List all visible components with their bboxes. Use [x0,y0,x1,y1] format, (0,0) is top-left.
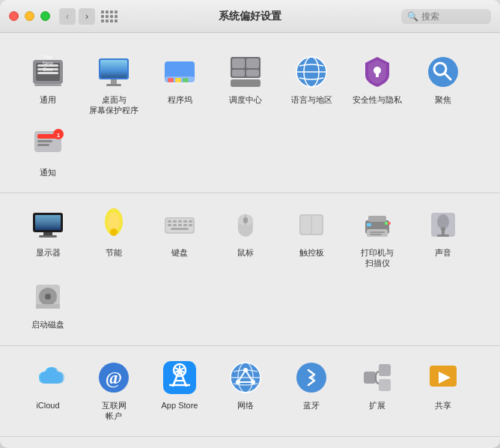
minimize-button[interactable] [25,11,34,21]
pref-siri[interactable]: Siri [147,443,213,448]
displays-label: 显示器 [36,247,61,258]
svg-rect-55 [168,224,171,226]
pref-sharing[interactable]: 共享 [410,352,476,425]
pref-accessibility[interactable]: 辅助功能 [344,443,410,448]
svg-rect-5 [34,84,61,86]
svg-rect-53 [183,220,187,223]
pref-mission[interactable]: 调度中心 [213,46,278,119]
language-label: 语言与地区 [291,94,332,105]
svg-rect-13 [106,84,121,86]
mission-label: 调度中心 [229,94,262,105]
pref-spotlight[interactable]: 聚焦 [410,46,476,119]
svg-point-102 [236,380,240,384]
pref-general[interactable]: File New Doc 通用 [15,46,81,119]
pref-appstore[interactable]: A App Store [147,352,213,425]
svg-rect-37 [37,144,49,146]
notifications-label: 通知 [40,167,56,178]
notifications-icon: 1 [28,125,67,164]
energy-label: 节能 [106,247,122,258]
spotlight-label: 聚焦 [435,94,451,105]
search-icon: 🔍 [407,11,418,22]
pref-notifications[interactable]: 1 通知 [15,119,81,181]
svg-rect-72 [370,234,382,235]
svg-text:Doc: Doc [43,67,53,72]
svg-rect-59 [189,224,192,226]
svg-rect-57 [178,224,182,226]
energy-icon [94,205,133,244]
pref-keyboard[interactable]: 键盘 [147,199,213,272]
pref-language[interactable]: 语言与地区 [278,46,344,119]
pref-trackpad[interactable]: 触控板 [278,199,344,272]
svg-rect-30 [376,73,379,77]
section-internet: iCloud @ 互联网帐户 [0,346,500,438]
trackpad-icon [292,205,331,244]
search-input[interactable] [421,11,481,22]
desktop-label: 桌面与屏幕保护程序 [89,94,138,116]
svg-rect-54 [189,220,192,223]
search-box[interactable]: 🔍 [401,9,491,24]
pref-network[interactable]: 网络 [213,352,278,425]
close-button[interactable] [9,11,19,21]
pref-printer[interactable]: 打印机与扫描仪 [344,199,410,272]
pref-timemachine[interactable]: 时间机器 [278,443,344,448]
svg-rect-108 [379,379,391,391]
svg-rect-11 [100,60,127,78]
bluetooth-label: 蓝牙 [303,400,320,411]
printer-icon [358,205,397,244]
svg-rect-73 [367,223,371,226]
svg-rect-36 [37,140,52,142]
svg-rect-16 [168,78,174,82]
pref-displays[interactable]: 显示器 [15,199,81,272]
pref-desktop[interactable]: 桌面与屏幕保护程序 [81,46,147,119]
appstore-icon: A [160,358,199,397]
svg-rect-106 [364,372,376,384]
svg-rect-20 [232,58,245,68]
svg-point-103 [251,380,255,384]
pref-dock[interactable]: 程序坞 [147,46,213,119]
mission-icon [226,52,265,91]
svg-rect-44 [39,235,57,237]
bluetooth-icon [292,358,331,397]
grid-view-button[interactable] [101,8,118,25]
extensions-icon [358,358,397,397]
svg-rect-50 [168,220,171,223]
window-title: 系统偏好设置 [219,10,281,23]
pref-sound[interactable]: 声音 [410,199,476,272]
maximize-button[interactable] [40,11,50,21]
section-personal: File New Doc 通用 [0,40,500,193]
pref-icloud[interactable]: iCloud [15,352,81,425]
svg-rect-23 [246,70,259,76]
pref-mouse[interactable]: 鼠标 [213,199,278,272]
svg-rect-107 [379,364,391,376]
keyboard-icon [160,205,199,244]
svg-text:File: File [43,55,52,60]
pref-bluetooth[interactable]: 蓝牙 [278,352,344,425]
svg-rect-24 [231,79,260,87]
svg-rect-42 [35,215,61,230]
pref-startup[interactable]: 启动磁盘 [15,271,81,333]
pref-users[interactable]: 用户与群组 [15,443,81,448]
svg-rect-18 [183,78,189,82]
svg-rect-71 [370,231,385,233]
pref-internetaccounts[interactable]: @ 互联网帐户 [81,352,147,425]
pref-energy[interactable]: 节能 [81,199,147,272]
pref-datetime[interactable]: 18 18 日 一 二 三 四 日期与时间 [213,443,278,448]
security-icon [358,52,397,91]
startup-label: 启动磁盘 [31,319,64,330]
svg-rect-60 [171,228,189,230]
svg-rect-58 [183,224,187,226]
section-hardware: 显示器 节能 [0,193,500,346]
forward-button[interactable]: › [79,8,95,25]
grid-icon [101,10,118,22]
pref-extensions[interactable]: 扩展 [344,352,410,425]
pref-security[interactable]: 安全性与隐私 [344,46,410,119]
svg-rect-69 [368,216,386,222]
back-button[interactable]: ‹ [59,8,76,25]
trackpad-label: 触控板 [299,247,324,258]
general-label: 通用 [40,94,56,105]
section-system: 用户与群组 家长控制 [0,437,500,448]
system-preferences-window: ‹ › 系统偏好设置 🔍 [0,0,500,448]
pref-parental[interactable]: 家长控制 [81,443,147,448]
traffic-lights [9,11,50,21]
svg-point-74 [385,222,388,225]
